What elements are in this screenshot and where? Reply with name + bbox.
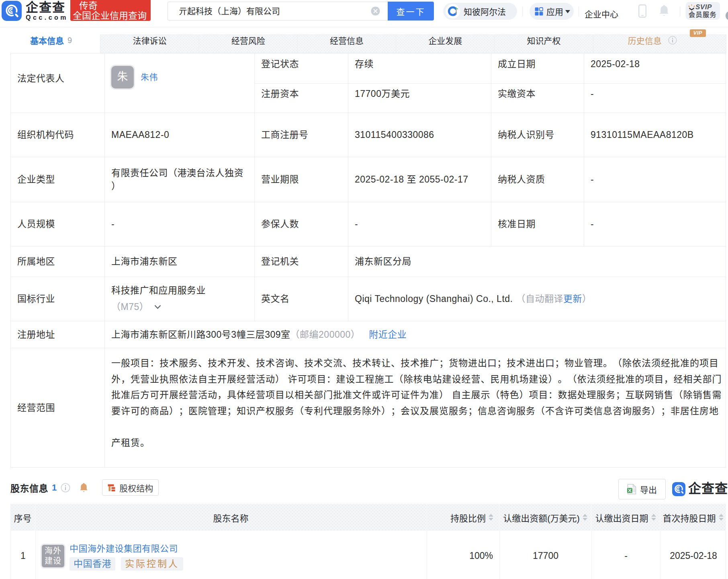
user-avatar[interactable] bbox=[726, 11, 728, 21]
english-name-cell: Qiqi Technology (Shanghai) Co., Ltd. （自动… bbox=[348, 277, 726, 321]
sort-icon[interactable] bbox=[489, 514, 493, 521]
address-value: 上海市浦东新区新川路300号3幢三层309室 bbox=[111, 328, 290, 341]
col-share-ratio[interactable]: 持股比例 bbox=[427, 504, 499, 531]
tab-label: 历史信息 bbox=[628, 34, 662, 46]
top-header: 企查查 Qcc.com 传奇 全国企业信用查询 查一下 知彼阿尔法 bbox=[0, 0, 728, 27]
shareholder-first-date: 2025-02-18 bbox=[661, 531, 726, 579]
divider bbox=[579, 6, 579, 16]
chevron-down-icon[interactable] bbox=[154, 305, 161, 309]
search-input[interactable] bbox=[168, 2, 388, 21]
shareholders-table: 序号 股东名称 持股比例 认缴出资额(万美元) 认缴出资日期 首次持股日期 1 … bbox=[10, 504, 726, 579]
business-scope-text: 一般项目：技术服务、技术开发、技术咨询、技术交流、技术转让、技术推广；货物进出口… bbox=[105, 348, 726, 468]
field-label: 注册资本 bbox=[255, 84, 348, 113]
badge-line1: 传奇 bbox=[79, 0, 151, 11]
divider bbox=[522, 6, 523, 16]
field-value: MAEAA812-0 bbox=[105, 113, 255, 157]
field-value: 上海市浦东新区 bbox=[105, 246, 255, 277]
export-label: 导出 bbox=[640, 483, 657, 495]
address-zip: （邮编200000） bbox=[290, 328, 360, 341]
industry-cell: 科技推广和应用服务业 （M75） bbox=[105, 277, 255, 321]
field-label: 企业类型 bbox=[11, 157, 105, 202]
qcc-logo-icon[interactable] bbox=[2, 1, 22, 21]
shareholder-name-link[interactable]: 中国海外建设集团有限公司 bbox=[70, 544, 178, 554]
field-label: 国标行业 bbox=[11, 277, 105, 321]
svip-membership-entry[interactable]: SVIP 会员服务 bbox=[686, 2, 720, 20]
field-label: 组织机构代码 bbox=[11, 113, 105, 157]
industry-code: （M75） bbox=[111, 300, 149, 313]
tab-intellectual-property[interactable]: 知识产权 bbox=[494, 35, 593, 53]
shareholder-pay-date: - bbox=[592, 531, 661, 579]
shareholder-name-cell: 海外 建设 中国海外建设集团有限公司 中国香港 实际控制人 bbox=[36, 531, 427, 579]
field-label: 纳税人识别号 bbox=[491, 113, 584, 157]
tab-label: 经营风险 bbox=[231, 34, 265, 46]
translate-update-link[interactable]: 更新 bbox=[563, 294, 582, 304]
tag-actual-controller: 实际控制人 bbox=[121, 557, 183, 571]
col-subscribed-amount[interactable]: 认缴出资额(万美元) bbox=[499, 504, 591, 531]
tab-legal-litigation[interactable]: 法律诉讼 bbox=[100, 35, 199, 53]
field-label: 法定代表人 bbox=[11, 53, 105, 113]
tab-operation-risk[interactable]: 经营风险 bbox=[199, 35, 298, 53]
sort-icon[interactable] bbox=[583, 514, 587, 521]
english-name: Qiqi Technology (Shanghai) Co., Ltd. bbox=[355, 292, 513, 305]
equity-structure-icon bbox=[108, 483, 116, 492]
excel-icon bbox=[627, 484, 636, 495]
field-value: 2025-02-18 至 2055-02-17 bbox=[348, 157, 491, 202]
field-value: 17700万美元 bbox=[348, 84, 491, 113]
field-label: 营业期限 bbox=[255, 157, 348, 202]
logo-name-en: Qcc.com bbox=[26, 14, 68, 21]
enterprise-center-link[interactable]: 企业中心 bbox=[585, 0, 618, 27]
search-button[interactable]: 查一下 bbox=[388, 2, 434, 21]
zhibi-alpha-entry[interactable]: 知彼阿尔法 bbox=[443, 3, 517, 20]
equity-structure-button[interactable]: 股权结构 bbox=[102, 479, 159, 496]
field-label: 实缴资本 bbox=[491, 84, 584, 113]
address-cell: 上海市浦东新区新川路300号3幢三层309室 （邮编200000） 附近企业 bbox=[105, 321, 726, 348]
vip-badge: VIP bbox=[690, 29, 706, 37]
industry-value: 科技推广和应用服务业 bbox=[111, 284, 248, 297]
clear-search-icon[interactable] bbox=[371, 6, 380, 16]
col-first-holding-date[interactable]: 首次持股日期 bbox=[660, 504, 726, 531]
tab-basic-info[interactable]: 基本信息 9 bbox=[2, 35, 100, 53]
tab-company-development[interactable]: 企业发展 bbox=[396, 35, 495, 53]
legal-representative-link[interactable]: 朱伟 bbox=[141, 71, 158, 83]
tab-label: 经营信息 bbox=[330, 34, 364, 46]
field-value: - bbox=[584, 202, 726, 246]
brand-slogan-badge: 传奇 全国企业信用查询 bbox=[70, 0, 151, 21]
field-label: 参保人数 bbox=[255, 202, 348, 246]
subscribe-bell-icon[interactable] bbox=[80, 482, 88, 493]
shareholder-serial: 1 bbox=[11, 531, 36, 579]
info-circle-icon[interactable] bbox=[61, 483, 70, 493]
notification-bell-icon[interactable] bbox=[659, 4, 669, 16]
mobile-app-icon[interactable] bbox=[638, 4, 646, 18]
export-button[interactable]: 导出 bbox=[618, 479, 666, 499]
legal-representative-cell: 朱 朱伟 bbox=[105, 53, 255, 113]
logo-name-cn: 企查查 bbox=[26, 1, 68, 14]
col-subscribe-date[interactable]: 认缴出资日期 bbox=[591, 504, 660, 531]
zhibi-alpha-icon bbox=[446, 4, 460, 18]
field-label: 经营范围 bbox=[11, 348, 105, 468]
tab-operation-info[interactable]: 经营信息 bbox=[297, 35, 396, 53]
field-value: - bbox=[348, 202, 491, 246]
tab-history-info[interactable]: VIP 历史信息 bbox=[593, 35, 726, 53]
sort-icon[interactable] bbox=[651, 514, 656, 521]
company-search: 查一下 bbox=[168, 2, 434, 21]
field-value: - bbox=[584, 84, 726, 113]
tab-label: 法律诉讼 bbox=[133, 34, 166, 46]
tab-label: 知识产权 bbox=[527, 34, 561, 46]
avatar[interactable]: 朱 bbox=[111, 66, 134, 88]
tab-count: 9 bbox=[67, 36, 72, 45]
svip-crown-icon bbox=[688, 4, 695, 10]
apps-menu[interactable]: 应用 bbox=[530, 3, 574, 20]
watermark-text: 企查查 bbox=[688, 478, 728, 497]
sort-icon[interactable] bbox=[719, 514, 724, 521]
field-label: 工商注册号 bbox=[255, 113, 348, 157]
field-label: 成立日期 bbox=[491, 53, 584, 84]
nearby-companies-link[interactable]: 附近企业 bbox=[369, 328, 407, 341]
divider bbox=[680, 6, 680, 16]
col-serial: 序号 bbox=[10, 504, 35, 531]
qcc-logo-text[interactable]: 企查查 Qcc.com bbox=[26, 1, 68, 21]
shareholder-row: 1 海外 建设 中国海外建设集团有限公司 中国香港 实际控制人 100% 177… bbox=[10, 531, 726, 579]
shareholders-header: 股东信息 1 股权结构 bbox=[10, 479, 159, 496]
field-label: 所属地区 bbox=[11, 246, 105, 277]
field-label: 登记状态 bbox=[255, 53, 348, 84]
equity-structure-label: 股权结构 bbox=[119, 482, 153, 494]
